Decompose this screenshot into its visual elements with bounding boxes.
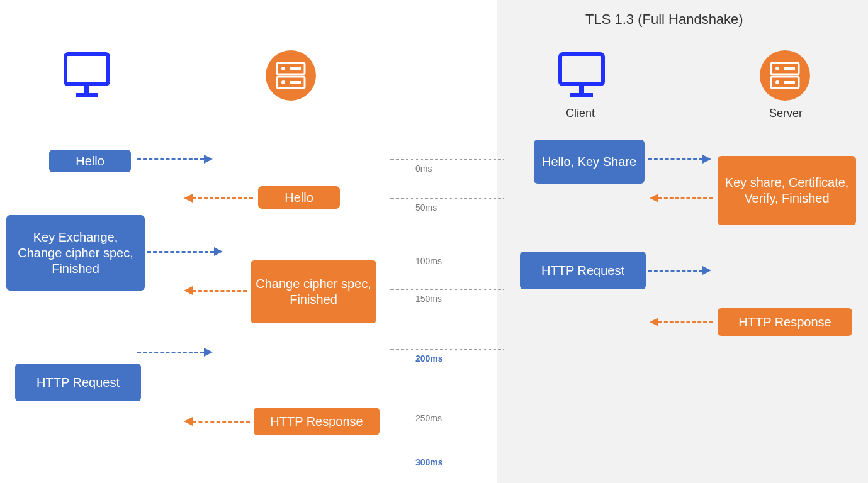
tls13-title: TLS 1.3 (Full Handshake) bbox=[585, 11, 743, 28]
svg-point-6 bbox=[281, 67, 285, 70]
svg-point-16 bbox=[775, 67, 779, 70]
time-tick bbox=[390, 252, 504, 252]
right-panel-bg bbox=[497, 0, 868, 483]
tls12-key-exchange: Key Exchange, Change cipher spec, Finish… bbox=[6, 215, 145, 291]
svg-rect-17 bbox=[784, 67, 795, 70]
svg-rect-0 bbox=[65, 54, 108, 84]
tls12-server-hello: Hello bbox=[258, 186, 340, 209]
tls13-http-response: HTTP Response bbox=[718, 308, 852, 336]
svg-rect-12 bbox=[570, 93, 593, 97]
time-250ms: 250ms bbox=[415, 413, 442, 423]
svg-point-13 bbox=[760, 50, 810, 101]
server-label: Server bbox=[769, 107, 803, 120]
svg-rect-11 bbox=[579, 86, 584, 93]
svg-rect-9 bbox=[290, 81, 301, 84]
time-tick bbox=[390, 453, 504, 453]
tls12-client-hello: Hello bbox=[49, 150, 131, 172]
tls13-client-hello: Hello, Key Share bbox=[534, 140, 645, 184]
time-tick bbox=[390, 349, 504, 350]
server-icon bbox=[264, 49, 317, 102]
svg-point-18 bbox=[775, 80, 779, 84]
svg-rect-7 bbox=[290, 67, 301, 70]
time-300ms: 300ms bbox=[415, 457, 443, 467]
time-tick bbox=[390, 198, 504, 199]
svg-rect-2 bbox=[76, 93, 98, 97]
tls12-server-finished: Change cipher spec, Finished bbox=[251, 260, 376, 323]
svg-rect-1 bbox=[84, 86, 89, 93]
svg-rect-19 bbox=[784, 81, 795, 84]
time-tick bbox=[390, 159, 504, 160]
tls12-http-request: HTTP Request bbox=[15, 364, 141, 401]
svg-rect-10 bbox=[560, 54, 603, 84]
time-0ms: 0ms bbox=[415, 164, 432, 174]
time-200ms: 200ms bbox=[415, 353, 443, 364]
time-150ms: 150ms bbox=[415, 294, 442, 304]
time-100ms: 100ms bbox=[415, 256, 442, 266]
tls13-server-finished: Key share, Certificate, Verify, Finished bbox=[718, 156, 856, 225]
monitor-icon bbox=[62, 52, 112, 99]
time-tick bbox=[390, 289, 504, 290]
time-tick bbox=[390, 409, 504, 409]
client-label: Client bbox=[566, 107, 595, 120]
time-50ms: 50ms bbox=[415, 203, 437, 213]
tls12-http-response: HTTP Response bbox=[254, 408, 380, 435]
svg-point-8 bbox=[281, 80, 285, 84]
server-icon bbox=[758, 49, 811, 102]
monitor-icon bbox=[556, 52, 607, 99]
tls13-http-request: HTTP Request bbox=[520, 252, 646, 289]
svg-point-3 bbox=[266, 50, 316, 101]
